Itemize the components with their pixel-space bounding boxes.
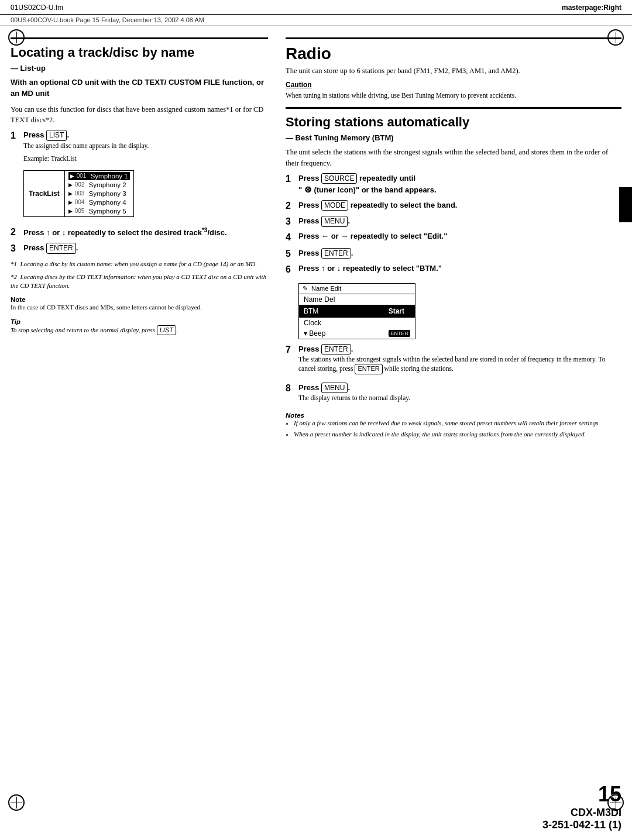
list-item: ▶ 005 Symphony 5 [68,207,130,215]
step-2-content: Press ↑ or ↓ repeatedly to select the de… [23,226,268,238]
btm-start-button: Start [383,306,410,316]
right-step-7-label: Press ENTER. [298,344,621,354]
right-step-6-label: Press ↑ or ↓ repeatedly to select "BTM." [298,264,621,274]
right-step-5-label: Press ENTER. [298,248,621,259]
page-footer: 15 CDX-M3DI 3-251-042-11 (1) [542,782,621,832]
top-header: 01US02CD-U.fm masterpage:Right [0,0,632,15]
list-item: ▶ 003 Symphony 3 [68,190,130,198]
btm-menu-wrapper: ✎ Name Edit Name Del BTM Start Clock [298,280,621,344]
right-step-8-label: Press MENU. [298,383,621,393]
right-step-2-label: Press MODE repeatedly to select the band… [298,200,621,211]
tip-label: Tip [11,318,268,325]
registration-mark-bl [8,794,25,811]
right-step-6-num: 6 [286,264,295,275]
play-icon: ▶ [68,191,73,197]
btm-subheading: — Best Tuning Memory (BTM) [286,133,621,142]
play-icon: ▶ [68,208,73,214]
left-section-divider [11,37,268,39]
right-step-1-num: 1 [286,173,295,184]
step-3-num: 3 [11,243,20,254]
source-key: SOURCE [321,173,357,184]
right-step-5: 5 Press ENTER. [286,248,621,259]
corner-mark-bl [8,794,25,811]
menu-key-8: MENU [321,383,348,393]
right-step-4-num: 4 [286,232,295,243]
play-icon: ▶ [68,182,73,188]
page-number: 15 [598,782,621,807]
step-2-label: Press ↑ or ↓ repeatedly to select the de… [23,226,268,238]
step-2-num: 2 [11,226,20,237]
tracklist-label: TrackList [24,171,65,216]
page: 01US02CD-U.fm masterpage:Right 00US+00CO… [0,0,632,840]
step-3: 3 Press ENTER. [11,243,268,254]
caution-text: When tuning in stations while driving, u… [286,91,621,100]
right-note-1: If only a few stations can be received d… [294,419,621,428]
corner-mark-tl [8,29,25,46]
right-step-1-content: Press SOURCE repeatedly until " ⊛ (tuner… [298,173,621,195]
btm-item-clock-text: Clock [304,319,321,327]
storing-title: Storing stations automatically [286,115,621,130]
right-step-7: 7 Press ENTER. The stations with the str… [286,344,621,378]
entry-text: Symphony 4 [89,199,126,206]
header-left: 01US02CD-U.fm [11,4,63,12]
entry-text: Symphony 1 [91,173,128,180]
right-step-5-content: Press ENTER. [298,248,621,259]
step-1-sub2: Example: TrackList [23,154,268,163]
entry-num: 005 [75,208,87,214]
storing-intro: The unit selects the stations with the s… [286,147,621,168]
step-2: 2 Press ↑ or ↓ repeatedly to select the … [11,226,268,238]
right-step-6-content: Press ↑ or ↓ repeatedly to select "BTM." [298,264,621,274]
right-step-1-label: Press SOURCE repeatedly until " ⊛ (tuner… [298,173,621,195]
right-step-6: 6 Press ↑ or ↓ repeatedly to select "BTM… [286,264,621,275]
registration-mark-tr [607,29,624,46]
storing-section-divider [286,107,621,109]
right-step-7-content: Press ENTER. The stations with the stron… [298,344,621,378]
tip-text: To stop selecting and return to the norm… [11,325,268,335]
btm-menu-header: ✎ Name Edit [299,284,415,294]
right-step-8-num: 8 [286,383,295,394]
note-text: In the case of CD TEXT discs and MDs, so… [11,303,268,312]
entry-num: 002 [75,181,87,188]
right-step-7-num: 7 [286,344,295,355]
enter-key-7: ENTER [321,344,351,354]
list-item: ▶ 004 Symphony 4 [68,198,130,206]
step-3-label: Press ENTER. [23,243,268,253]
right-notes-section: Notes If only a few stations can be rece… [286,412,621,439]
caution-label: Caution [286,81,621,89]
header-right: masterpage:Right [562,4,621,12]
btm-menu-item-clock: Clock [299,318,415,328]
entry-num: 004 [75,199,87,205]
right-step-3-label: Press MENU. [298,216,621,226]
step-1-content: Press LIST. The assigned disc name appea… [23,130,268,222]
btm-item-beep-text: ▾ Beep [304,329,325,338]
right-step-3-content: Press MENU. [298,216,621,226]
entry-num: 003 [75,190,87,197]
right-step-7-sub: The stations with the strongest signals … [298,354,621,374]
step-1-num: 1 [11,130,20,141]
entry-text: Symphony 3 [89,190,126,197]
pencil-icon: ✎ [303,285,308,292]
enter-key: ENTER [46,243,76,253]
entry-text: Symphony 5 [89,208,126,215]
play-icon: ▶ [68,199,73,205]
step-3-content: Press ENTER. [23,243,268,253]
right-step-8: 8 Press MENU. The display returns to the… [286,383,621,406]
footnotes-star: *1 Locating a disc by its custom name: w… [11,260,268,290]
entry-num: 001 [77,173,88,179]
right-step-1: 1 Press SOURCE repeatedly until " ⊛ (tun… [286,173,621,195]
btm-menu-item-beep: ▾ Beep ENTER [299,328,415,339]
right-step-2-num: 2 [286,200,295,211]
tip-section: Tip To stop selecting and return to the … [11,318,268,335]
note-label: Note [11,296,268,303]
registration-mark-tl [8,29,25,46]
left-section-title: Locating a track/disc by name [11,45,268,60]
note-section: Note In the case of CD TEXT discs and MD… [11,296,268,312]
tracklist-entries: ▶ 001 Symphony 1 ▶ 002 Symphony 2 ▶ [65,171,133,216]
right-step-8-sub: The display returns to the normal displa… [298,393,621,402]
list-key: LIST [46,130,67,140]
model-line1: CDX-M3DI [571,807,621,820]
right-step-2-content: Press MODE repeatedly to select the band… [298,200,621,211]
right-step-4-label: Press ← or → repeatedly to select "Edit.… [298,232,621,242]
right-step-4-content: Press ← or → repeatedly to select "Edit.… [298,232,621,242]
list-key-tip: LIST [157,325,176,335]
